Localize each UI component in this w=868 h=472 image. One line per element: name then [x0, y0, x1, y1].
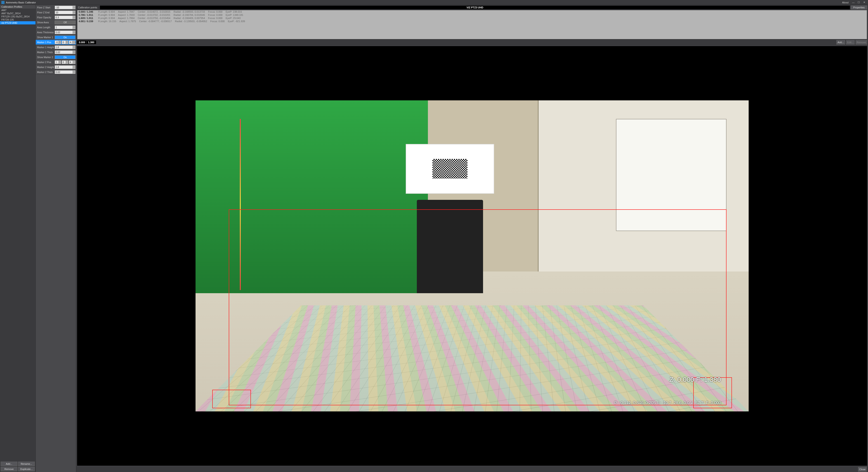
maximize-icon[interactable]: ☐	[856, 1, 861, 4]
number-input[interactable]: 0.3▲▼	[55, 15, 75, 19]
duplicate-profile-button[interactable]: Duplicate...	[18, 467, 35, 471]
param-label: Marker 2 Pos	[36, 61, 54, 64]
param-row[interactable]: Show Marker 2On	[36, 55, 76, 60]
remove-profile-button[interactable]: Remove	[1, 467, 18, 471]
rename-profile-button[interactable]: Rename...	[18, 462, 35, 466]
toggle-button[interactable]: On	[55, 35, 75, 39]
toggle-button[interactable]: Off	[55, 21, 75, 24]
spinner-down-icon[interactable]: ▼	[66, 62, 68, 64]
param-row[interactable]: Marker 1 Pos-0.18▲▼0▲▼4.348▲▼	[36, 40, 76, 45]
spinner-down-icon[interactable]: ▼	[72, 32, 75, 34]
zoom-focus-readout: 0.0001.380	[77, 40, 96, 44]
spinner-up-icon[interactable]: ▲	[66, 61, 68, 62]
param-row[interactable]: Show Marker 1On	[36, 35, 76, 40]
spinner-down-icon[interactable]: ▼	[72, 42, 75, 44]
number-input[interactable]: -10▲▼	[55, 6, 75, 9]
spinner-up-icon[interactable]: ▲	[72, 26, 75, 28]
profile-list[interactable]: AM7AM7 ByDC_0814FR7(28-135) ByDC_0814FR7…	[0, 8, 35, 461]
param-label: Axes Length	[36, 26, 54, 29]
add-profile-button[interactable]: Add...	[1, 462, 18, 466]
number-input[interactable]: 10▲▼	[55, 11, 75, 14]
param-row[interactable]: Show AxesOff	[36, 20, 76, 25]
calib-row[interactable]: 0.786 / 1.911FLength: 0.904Aspect: 1.783…	[77, 13, 867, 17]
overlay-pose-readout: P: -0.112, 0.846, 0.205 R: -10.7, 28.6, …	[223, 401, 721, 405]
profile-item[interactable]: AM7 ByDC_0814	[0, 12, 35, 15]
number-input[interactable]: 1▲▼	[55, 60, 61, 64]
param-label: Floor Opacity	[36, 16, 54, 19]
spinner-down-icon[interactable]: ▼	[58, 62, 61, 64]
number-input[interactable]: 4.348▲▼	[69, 40, 75, 44]
spinner-down-icon[interactable]: ▼	[72, 18, 75, 19]
number-input[interactable]: 0▲▼	[62, 40, 68, 44]
profile-item[interactable]: AM7	[0, 8, 35, 12]
number-input[interactable]: 1▲▼	[55, 26, 75, 29]
add-calib-button[interactable]: Add...	[836, 40, 845, 44]
calib-row[interactable]: 0.000 / 1.346FLength: 0.904Aspect: 1.784…	[77, 10, 867, 13]
calib-table[interactable]: 0.000 / 1.346FLength: 0.904Aspect: 1.784…	[77, 10, 867, 39]
safe-area-box	[229, 209, 726, 405]
spinner-up-icon[interactable]: ▲	[72, 51, 75, 53]
spinner-up-icon[interactable]: ▲	[72, 31, 75, 33]
spinner-up-icon[interactable]: ▲	[72, 66, 75, 67]
titlebar: Aximmetry Basic Calibrator About — ☐ ✕	[0, 0, 868, 5]
spinner-down-icon[interactable]: ▼	[72, 7, 75, 9]
calib-row[interactable]: 1.609 / 1.911FLength: 0.904Aspect: 1.786…	[77, 17, 867, 20]
spinner-down-icon[interactable]: ▼	[58, 42, 61, 44]
minimize-icon[interactable]: —	[851, 1, 856, 4]
param-row[interactable]: Floor Z End10▲▼	[36, 10, 76, 15]
param-row[interactable]: Marker 2 Pos1▲▼0▲▼4▲▼	[36, 60, 76, 65]
spinner-up-icon[interactable]: ▲	[72, 61, 75, 62]
number-input[interactable]: 0.02▲▼	[55, 31, 75, 34]
spinner-up-icon[interactable]: ▲	[72, 11, 75, 13]
spinner-down-icon[interactable]: ▼	[72, 52, 75, 54]
param-label: Floor Z End	[36, 11, 54, 14]
number-input[interactable]: 4▲▼	[69, 60, 75, 64]
param-row[interactable]: Floor Z Start-10▲▼	[36, 5, 76, 10]
app-logo-icon	[1, 1, 4, 4]
spinner-down-icon[interactable]: ▼	[72, 47, 75, 49]
calib-row[interactable]: 4.001 / 0.159FLength: 19.155Aspect: 1.78…	[77, 20, 867, 23]
spinner-down-icon[interactable]: ▼	[72, 12, 75, 14]
spinner-up-icon[interactable]: ▲	[72, 6, 75, 8]
spinner-up-icon[interactable]: ▲	[72, 70, 75, 72]
param-row[interactable]: Marker 2 Height1.8▲▼	[36, 65, 76, 70]
number-input[interactable]: 0.02▲▼	[55, 70, 75, 74]
spinner-down-icon[interactable]: ▼	[72, 62, 75, 64]
close-icon[interactable]: ✕	[862, 1, 867, 4]
number-input[interactable]: 0▲▼	[62, 60, 68, 64]
spinner-up-icon[interactable]: ▲	[58, 41, 61, 42]
spinner-down-icon[interactable]: ▼	[66, 42, 68, 44]
properties-button[interactable]: Properties	[851, 5, 867, 9]
spinner-up-icon[interactable]: ▲	[72, 16, 75, 18]
number-input[interactable]: 1.8▲▼	[55, 45, 75, 49]
spinner-down-icon[interactable]: ▼	[72, 72, 75, 74]
edit-calib-button[interactable]: Edit...	[846, 40, 855, 44]
param-row[interactable]: Marker 1 Height1.8▲▼	[36, 45, 76, 50]
number-input[interactable]: -0.18▲▼	[55, 40, 61, 44]
param-label: Marker 1 Height	[36, 46, 54, 49]
spinner-up-icon[interactable]: ▲	[72, 46, 75, 48]
toggle-button[interactable]: On	[55, 55, 75, 59]
corner-box-bl	[212, 390, 251, 408]
about-link[interactable]: About	[842, 1, 848, 4]
remove-calib-button[interactable]: Remove	[856, 40, 867, 44]
spinner-up-icon[interactable]: ▲	[72, 41, 75, 42]
profile-item[interactable]: FR7(28-135) ByDC_0814	[0, 15, 35, 18]
video-viewport[interactable]: Z: 0.000 F: 1.380 P: -0.112, 0.846, 0.20…	[77, 46, 867, 466]
param-label: Marker 1 Pos	[36, 41, 54, 43]
param-row[interactable]: Floor Opacity0.3▲▼	[36, 15, 76, 20]
spinner-down-icon[interactable]: ▼	[72, 27, 75, 29]
profile-item[interactable]: viz PTZ3 UHD	[0, 21, 35, 24]
param-row[interactable]: Marker 2 Thick0.02▲▼	[36, 70, 76, 74]
spinner-up-icon[interactable]: ▲	[58, 61, 61, 62]
param-row[interactable]: Axes Thickness0.02▲▼	[36, 30, 76, 35]
spinner-up-icon[interactable]: ▲	[66, 41, 68, 42]
profile-item[interactable]: FR728-135	[0, 18, 35, 21]
number-input[interactable]: 1.8▲▼	[55, 65, 75, 69]
param-row[interactable]: Marker 1 Thick0.02▲▼	[36, 50, 76, 55]
overlay-zoom-focus: Z: 0.000 F: 1.380	[669, 376, 721, 383]
param-row[interactable]: Axes Length1▲▼	[36, 25, 76, 30]
close-button[interactable]: Close	[858, 467, 867, 472]
spinner-down-icon[interactable]: ▼	[72, 67, 75, 69]
number-input[interactable]: 0.02▲▼	[55, 51, 75, 54]
